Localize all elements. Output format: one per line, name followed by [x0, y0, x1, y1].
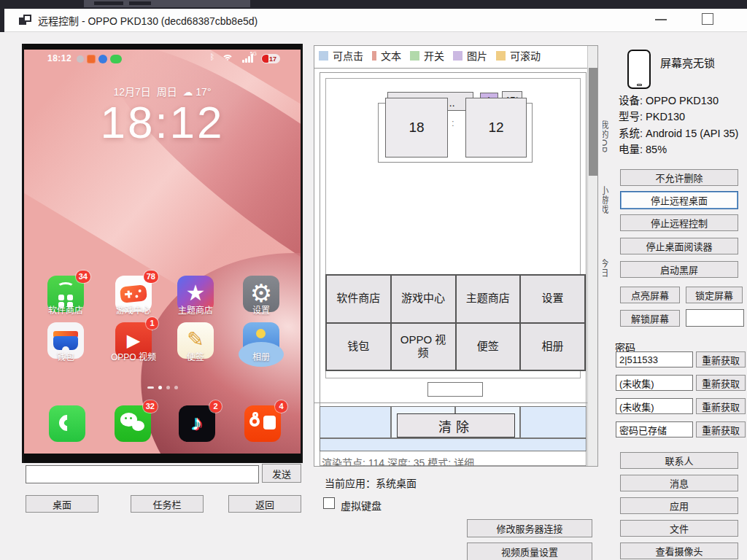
notification-icon — [77, 55, 84, 63]
clock-weekday: 周日 — [157, 86, 177, 98]
stop-screen-reader-button[interactable]: 停止桌面阅读器 — [620, 238, 738, 254]
disallow-delete-button[interactable]: 不允许删除 — [620, 169, 738, 186]
contacts-button[interactable]: 联系人 — [620, 452, 738, 469]
app-badge: 32 — [143, 400, 158, 413]
app-badge: 34 — [76, 271, 90, 283]
background-window-tab — [84, 0, 250, 7]
maximize-icon[interactable] — [702, 13, 713, 25]
refresh-password-button-4[interactable]: 重新获取 — [696, 421, 746, 438]
legend-label: 可点击 — [333, 48, 363, 63]
clock-time: 18:12 — [24, 98, 301, 146]
clock-temp: 17° — [196, 86, 211, 98]
wireframe-clear-button[interactable]: 清除 — [397, 413, 515, 438]
dock-icon-kuaishou[interactable]: 4 — [244, 405, 281, 442]
refresh-password-button-1[interactable]: 重新获取 — [696, 351, 746, 368]
notification-icon — [98, 55, 107, 63]
wireframe-grid-cell[interactable]: 设置 — [520, 275, 585, 323]
legend-swatch-switch — [410, 51, 419, 61]
device-info: 设备: OPPO PKD130 型号: PKD130 系统: Android 1… — [619, 93, 746, 158]
messages-button[interactable]: 消息 — [620, 475, 738, 491]
wireframe-clickable-cell[interactable] — [520, 406, 587, 438]
play-icon: ▶ — [127, 330, 140, 350]
apps-button[interactable]: 应用 — [620, 497, 738, 514]
wireframe-grid-cell[interactable]: 主题商店 — [456, 275, 521, 323]
app-label: 主题商店 — [164, 303, 227, 316]
dock-icon-phone[interactable] — [49, 405, 85, 442]
send-text-input[interactable] — [26, 465, 259, 483]
password-field-3[interactable] — [616, 398, 693, 414]
refresh-password-button-3[interactable]: 重新获取 — [696, 398, 746, 414]
app-label: 游戏中心 — [102, 303, 165, 316]
refresh-password-button-2[interactable]: 重新获取 — [696, 375, 746, 391]
legend-label: 文本 — [381, 48, 401, 63]
app-badge: 78 — [144, 271, 158, 283]
dock-icon-wechat[interactable]: 32 — [115, 405, 151, 442]
virtual-keyboard-checkbox[interactable] — [323, 497, 335, 509]
wireframe-node-small[interactable] — [427, 382, 483, 397]
background-window-strip — [0, 0, 747, 9]
lock-screen-button[interactable]: 锁定屏幕 — [686, 287, 743, 303]
back-button[interactable]: 返回 — [228, 495, 301, 513]
bluetooth-icon: ᛒ — [209, 52, 214, 61]
legend-label: 可滚动 — [510, 48, 541, 63]
files-button[interactable]: 文件 — [620, 520, 738, 537]
wifi-icon — [222, 55, 233, 63]
desktop-button[interactable]: 桌面 — [26, 495, 98, 513]
wireframe-grid-cell[interactable]: 软件商店 — [326, 275, 391, 323]
legend-swatch-scrollable — [496, 51, 506, 61]
stop-remote-desktop-button[interactable]: 停止远程桌面 — [620, 191, 738, 209]
light-screen-button[interactable]: 点亮屏幕 — [620, 287, 680, 303]
notification-icon — [110, 55, 122, 63]
wireframe-scrollable-band[interactable] — [320, 438, 587, 451]
modify-server-button[interactable]: 修改服务器连接 — [467, 519, 592, 537]
clock-widget[interactable]: 12月7日 周日 ☁ 17° 18:12 — [24, 84, 301, 146]
device-info-line: 型号: PKD130 — [619, 109, 746, 125]
password-field-1[interactable] — [616, 351, 693, 368]
app-badge: 4 — [275, 400, 287, 413]
view-camera-button[interactable]: 查看摄像头 — [620, 542, 738, 559]
app-label: OPPO 视频 — [102, 350, 165, 362]
dock-icon-douyin[interactable]: ♪ 2 — [179, 405, 215, 442]
scrollbar-thumb[interactable] — [589, 68, 597, 176]
device-info-line: 系统: Android 15 (API 35) — [619, 125, 746, 141]
network-type: 5G — [250, 51, 257, 56]
wireframe-grid-cell[interactable]: 钱包 — [326, 323, 391, 371]
password-field-2[interactable] — [616, 375, 693, 391]
taskbar-button[interactable]: 任务栏 — [131, 495, 204, 513]
wireframe-node-hour[interactable]: 18 — [385, 98, 448, 158]
legend-swatch-image — [453, 51, 462, 61]
password-field-4[interactable] — [616, 421, 693, 438]
video-quality-button[interactable]: 视频质量设置 — [467, 542, 592, 560]
unlock-screen-button[interactable]: 解锁屏幕 — [620, 310, 680, 327]
wireframe-grid-cell[interactable]: 游戏中心 — [391, 275, 456, 323]
notification-icon — [87, 55, 96, 63]
render-status-text: 渲染节点: 114 深度: 35 模式: 详细 — [322, 455, 474, 466]
clipped-side-text: 小游戏 — [603, 186, 610, 224]
legend-swatch-text — [372, 51, 376, 61]
wireframe-grid-cell[interactable]: 相册 — [520, 323, 585, 371]
wireframe-grid-cell[interactable]: OPPO 视频 — [391, 323, 456, 371]
app-badge: 1 — [146, 317, 158, 330]
legend-label: 开关 — [424, 48, 444, 63]
wireframe-node-minute[interactable]: 12 — [465, 98, 527, 158]
home-page-dots — [24, 381, 301, 385]
wireframe-grid-cell[interactable]: 便签 — [456, 323, 521, 371]
wireframe-clickable-cell[interactable] — [320, 406, 391, 438]
clipped-side-text: 今日.. — [603, 259, 610, 304]
inspector-scrollbar[interactable] — [587, 46, 597, 467]
minimize-icon[interactable] — [655, 19, 667, 20]
phone-mirror-screen[interactable]: 18:12 ᛒ 5G 17 12月7日 周日 ☁ 17° 18:12 34 78… — [22, 44, 303, 463]
stop-remote-control-button[interactable]: 停止远程控制 — [620, 214, 738, 231]
start-black-screen-button[interactable]: 启动黑屏 — [620, 261, 738, 278]
send-button[interactable]: 发送 — [262, 464, 301, 483]
ui-inspector-panel[interactable]: 可点击 文本 开关 图片 可滚动 12月7日 .. 多 17° 18 : 12 … — [314, 45, 598, 467]
phone-status-bar: 18:12 ᛒ 5G 17 — [24, 51, 301, 66]
battery-value: 17 — [269, 55, 276, 63]
battery-icon: 17 — [261, 54, 280, 63]
star-icon: ★ — [186, 281, 206, 305]
app-window-icon — [19, 15, 31, 26]
current-app-label: 当前应用：系统桌面 — [325, 475, 417, 490]
unlock-code-field[interactable] — [686, 309, 744, 327]
device-info-line: 设备: OPPO PKD130 — [619, 93, 746, 109]
device-info-line: 电量: 85% — [619, 141, 746, 158]
